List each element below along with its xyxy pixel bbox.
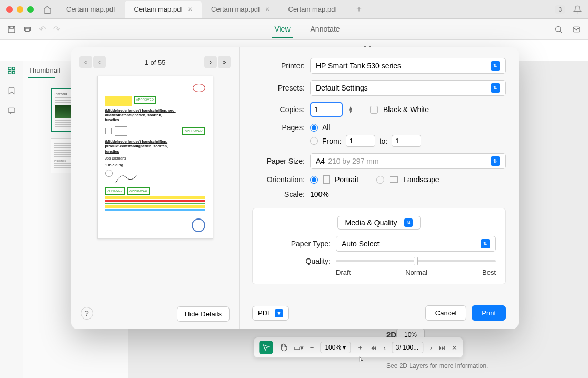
- preview-nav: « ‹ 1 of 55 › »: [79, 56, 231, 68]
- first-preview-page-button[interactable]: «: [79, 56, 92, 68]
- copies-label: Copies:: [252, 105, 305, 114]
- bw-checkbox[interactable]: [370, 106, 378, 114]
- mail-icon[interactable]: [572, 25, 581, 34]
- portrait-radio[interactable]: [310, 176, 318, 184]
- tab-1[interactable]: Certain map.pdf✕: [125, 1, 202, 18]
- bottom-floating-toolbar: ▭▾ − 100% ▾ ＋ ⏮ ‹ › ⏭ ✕: [253, 337, 463, 358]
- pages-from-input[interactable]: [346, 135, 375, 147]
- pages-to-input[interactable]: [392, 135, 421, 147]
- view-tab[interactable]: View: [272, 21, 292, 38]
- close-tab-icon[interactable]: ✕: [265, 6, 270, 12]
- svg-rect-4: [8, 67, 11, 70]
- stamp-approved-3: APPROVED: [127, 187, 150, 195]
- presets-select[interactable]: Default Settings ⇅: [310, 80, 506, 96]
- zoom-level[interactable]: 100% ▾: [320, 342, 351, 353]
- next-page-icon[interactable]: ›: [430, 344, 432, 352]
- zoom-in-button[interactable]: ＋: [357, 343, 364, 352]
- save-icon[interactable]: [7, 25, 16, 34]
- hide-details-button[interactable]: Hide Details: [177, 306, 230, 322]
- print-preview-panel: « ‹ 1 of 55 › » APPROVED (Middelnederlan…: [71, 47, 240, 329]
- copies-stepper[interactable]: ▲▼: [348, 106, 353, 113]
- landscape-label: Landscape: [403, 175, 440, 184]
- close-tab-icon[interactable]: ✕: [188, 6, 192, 12]
- hand-tool-icon[interactable]: [279, 343, 287, 352]
- pdf-dropdown-button[interactable]: PDF ▼: [252, 306, 289, 321]
- pages-all-radio[interactable]: [310, 124, 318, 132]
- updown-icon: ⇅: [491, 61, 500, 71]
- search-icon[interactable]: [554, 25, 563, 34]
- printer-label: Printer:: [252, 62, 305, 70]
- redo-icon[interactable]: ↷: [53, 24, 60, 34]
- stamp-approved: APPROVED: [134, 96, 156, 104]
- last-preview-page-button[interactable]: »: [218, 56, 231, 68]
- page-input[interactable]: [392, 342, 424, 353]
- svg-point-2: [556, 26, 561, 31]
- undo-icon[interactable]: ↶: [39, 24, 46, 34]
- quality-draft-label: Draft: [336, 268, 351, 276]
- print-icon[interactable]: [23, 25, 32, 34]
- bell-icon[interactable]: [573, 5, 582, 14]
- bookmark-icon[interactable]: [7, 86, 16, 95]
- svg-rect-1: [25, 28, 29, 31]
- papertype-select[interactable]: Auto Select ⇅: [336, 236, 496, 252]
- preview-section: 1 Inleiding: [105, 163, 205, 167]
- presets-label: Presets:: [252, 84, 305, 92]
- last-page-icon[interactable]: ⏭: [438, 344, 445, 352]
- add-tab-button[interactable]: ＋: [350, 1, 368, 18]
- updown-icon: ⇅: [481, 239, 490, 248]
- notification-badge[interactable]: 3: [555, 5, 565, 14]
- copies-input[interactable]: [310, 102, 343, 117]
- annotate-tab[interactable]: Annotate: [308, 21, 342, 38]
- svg-rect-7: [12, 71, 15, 74]
- maximize-window-button[interactable]: [27, 6, 34, 13]
- tab-label: Certain map.pdf: [134, 5, 183, 13]
- prev-page-icon[interactable]: ‹: [383, 344, 385, 352]
- page-layout-dropdown-icon[interactable]: ▭▾: [294, 344, 304, 352]
- tab-0[interactable]: Certain map.pdf: [57, 1, 125, 18]
- select-tool-icon[interactable]: [259, 341, 273, 354]
- quality-normal-label: Normal: [405, 268, 427, 276]
- prev-preview-page-button[interactable]: ‹: [93, 56, 106, 68]
- titlebar-right: 3: [555, 5, 582, 14]
- zoom-value: 100%: [325, 344, 341, 351]
- preview-page-image: APPROVED (Middelnederlandse) handschrift…: [97, 76, 213, 239]
- printer-select[interactable]: HP Smart Tank 530 series ⇅: [310, 58, 506, 74]
- print-settings-panel: Printer: HP Smart Tank 530 series ⇅ Pres…: [240, 47, 519, 329]
- media-quality-section: Media & Quality ⇅ Paper Type: Auto Selec…: [252, 208, 506, 284]
- help-button[interactable]: ?: [81, 307, 93, 320]
- preview-doc-title: (Middelnederlandse) handschriften: pro- …: [105, 108, 205, 122]
- quality-best-label: Best: [482, 268, 496, 276]
- tab-label: Certain map.pdf: [288, 5, 337, 13]
- close-toolbar-icon[interactable]: ✕: [452, 344, 457, 352]
- tab-2[interactable]: Certain map.pdf✕: [202, 1, 279, 18]
- preview-author: Jos Biemans: [105, 156, 205, 161]
- tab-3[interactable]: Certain map.pdf: [279, 1, 347, 18]
- print-button[interactable]: Print: [472, 305, 506, 321]
- pages-all-label: All: [322, 123, 331, 132]
- minimize-window-button[interactable]: [17, 6, 23, 13]
- cancel-button[interactable]: Cancel: [425, 305, 466, 321]
- papersize-select[interactable]: A4210 by 297 mm ⇅: [310, 153, 506, 169]
- home-icon[interactable]: [43, 5, 52, 14]
- papertype-value: Auto Select: [342, 240, 380, 248]
- stamp-circle-icon: [192, 218, 205, 232]
- quality-slider[interactable]: [336, 260, 496, 262]
- left-rail: [0, 61, 23, 378]
- papersize-dim: 210 by 297 mm: [328, 157, 379, 165]
- first-page-icon[interactable]: ⏮: [370, 344, 377, 352]
- media-quality-dropdown[interactable]: Media & Quality ⇅: [337, 216, 421, 230]
- traffic-lights: [6, 6, 34, 13]
- pages-range-radio[interactable]: [310, 137, 318, 145]
- landscape-radio[interactable]: [376, 176, 384, 184]
- updown-icon: ⇅: [491, 156, 500, 166]
- thumbnails-icon[interactable]: [7, 66, 16, 75]
- slider-thumb[interactable]: [414, 257, 418, 265]
- comments-icon[interactable]: [7, 106, 16, 115]
- stamp-approved-2: APPROVED: [182, 127, 205, 135]
- updown-icon: ⇅: [491, 83, 500, 93]
- zoom-out-button[interactable]: −: [310, 344, 314, 352]
- portrait-icon: [323, 175, 330, 184]
- next-preview-page-button[interactable]: ›: [204, 56, 217, 68]
- pdf-label: PDF: [258, 309, 272, 317]
- close-window-button[interactable]: [6, 6, 13, 13]
